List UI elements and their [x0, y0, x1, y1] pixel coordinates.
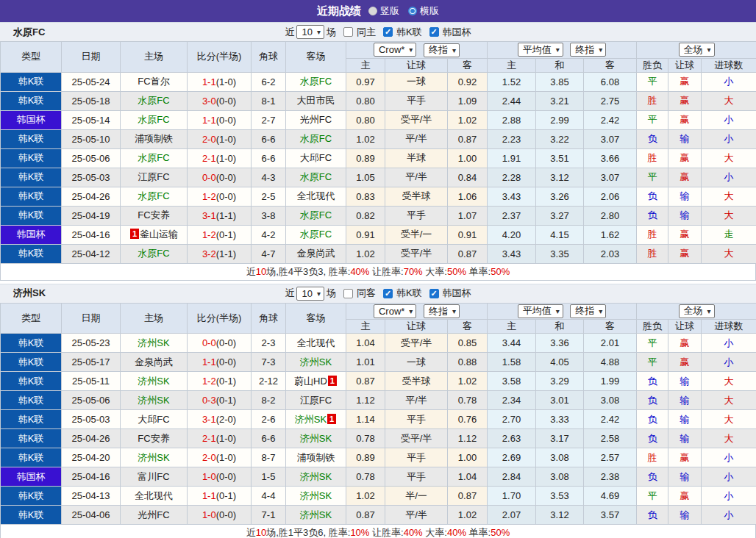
date-cell: 25-04-20 [62, 448, 121, 467]
date-cell: 25-05-11 [62, 372, 121, 391]
league-cell: 韩K联 [1, 168, 62, 187]
avg-home-cell: 2.28 [488, 168, 536, 187]
league-cell: 韩K联 [1, 129, 62, 148]
handicap-result-cell: 赢 [668, 353, 702, 372]
avg-away-cell: 3.57 [584, 506, 637, 525]
same-venue-checkbox[interactable] [343, 289, 353, 298]
table-row: 韩国杯25-05-14水原FC1-1(0-0)2-7光州FC0.80受平/半1.… [1, 110, 756, 129]
avg-draw-cell: 4.15 [536, 225, 584, 244]
avg-away-cell: 1.99 [584, 372, 637, 391]
date-cell: 25-04-19 [62, 206, 121, 225]
radio-vertical-icon[interactable] [368, 7, 377, 15]
away-team-cell: 全北现代 [286, 334, 346, 353]
summary-segment: 50% [491, 527, 510, 538]
bookmaker-select[interactable]: Crow*▾ [374, 304, 416, 318]
handicap-result-cell: 输 [668, 391, 702, 410]
recent-count-select[interactable]: 10 ▾ [296, 25, 324, 39]
table-row: 韩K联25-05-11济州SK1-2(0-1)2-12蔚山HD10.87受半球1… [1, 372, 756, 391]
avg-draw-cell: 3.36 [536, 334, 584, 353]
summary-segment: 10% [350, 527, 369, 538]
away-team-cell: 全北现代 [286, 187, 346, 206]
handicap-result-cell: 输 [668, 506, 702, 525]
handicap-result-cell: 输 [668, 429, 702, 448]
date-cell: 25-05-17 [62, 353, 121, 372]
avg-home-cell: 2.23 [488, 129, 536, 148]
table-row: 韩K联25-05-03江原FC0-0(0-0)4-3水原FC1.05平/半0.8… [1, 168, 756, 187]
layout-radio-group: 竖版 横版 [368, 4, 439, 18]
away-team-cell: 济州SK [286, 429, 346, 448]
league-cell: 韩国杯 [1, 110, 62, 129]
odds-home-cell: 0.82 [346, 206, 385, 225]
table-row: 韩国杯25-04-16富川FC1-0(0-0)1-5济州SK0.78平手1.04… [1, 467, 756, 487]
league-kleague-checkbox[interactable] [383, 27, 393, 37]
league-cup-checkbox[interactable] [429, 27, 439, 37]
date-cell: 25-05-06 [62, 148, 121, 168]
home-team-cell: 大邱FC [121, 410, 188, 429]
corners-cell: 3-8 [252, 206, 286, 225]
summary-segment: 70% [404, 266, 423, 277]
handicap-result-cell: 赢 [668, 487, 702, 506]
odds-stage-select[interactable]: 终指▾ [424, 43, 460, 57]
score-cell: 3-1(2-0) [188, 410, 252, 429]
league-cell: 韩K联 [1, 448, 62, 467]
corners-cell: 2-6 [252, 410, 286, 429]
same-venue-label: 同客 [357, 287, 376, 300]
odds-away-cell: 0.87 [448, 244, 488, 263]
home-team-cell: 济州SK [121, 448, 188, 467]
score-cell: 1-1(0-0) [188, 353, 252, 372]
sub-header-avg-home: 主 [488, 58, 536, 72]
corners-cell: 2-7 [252, 110, 286, 129]
sub-header-avg-away: 客 [584, 320, 637, 334]
radio-horizontal-layout[interactable]: 横版 [408, 4, 439, 18]
league-kleague-checkbox[interactable] [383, 289, 393, 298]
odds-home-cell: 0.83 [346, 187, 385, 206]
fulltime-select[interactable]: 全场▾ [679, 304, 715, 318]
average-select[interactable]: 平均值▾ [518, 304, 563, 318]
result-cell: 负 [637, 391, 668, 410]
away-team-cell: 济州SK [286, 353, 346, 372]
result-cell: 胜 [637, 225, 668, 244]
section-summary: 近10场,胜4平3负3, 胜率:40% 让胜率:70% 大率:50% 单率:50… [0, 264, 756, 281]
league-cup-checkbox[interactable] [429, 289, 439, 298]
bookmaker-select[interactable]: Crow*▾ [374, 43, 416, 57]
handicap-cell: 受平/半 [385, 244, 448, 263]
fulltime-dropdown-group: 全场▾ [637, 42, 756, 59]
col-header-away: 客场 [286, 303, 346, 334]
recent-count-select[interactable]: 10 ▾ [296, 287, 324, 301]
sub-header-handicap-result: 让球 [668, 320, 702, 334]
average-stage-select[interactable]: 终指▾ [570, 43, 606, 57]
same-venue-checkbox[interactable] [343, 27, 353, 37]
handicap-result-cell: 赢 [668, 91, 702, 110]
league-cell: 韩K联 [1, 148, 62, 168]
odds-away-cell: 0.76 [448, 410, 488, 429]
corners-cell: 4-3 [252, 168, 286, 187]
handicap-cell: 一球 [385, 72, 448, 91]
radio-vertical-layout[interactable]: 竖版 [368, 4, 399, 18]
home-team-cell: 全北现代 [121, 487, 188, 506]
radio-horizontal-icon[interactable] [408, 7, 417, 15]
odds-home-cell: 1.12 [346, 391, 385, 410]
score-cell: 3-1(1-1) [188, 206, 252, 225]
result-cell: 胜 [637, 91, 668, 110]
odds-stage-select[interactable]: 终指▾ [424, 304, 460, 318]
average-select[interactable]: 平均值▾ [518, 43, 563, 57]
average-stage-select[interactable]: 终指▾ [570, 304, 606, 318]
table-row: 韩K联25-04-13全北现代1-1(0-1)4-4济州SK1.02半/一0.8… [1, 487, 756, 506]
avg-draw-cell: 3.51 [536, 148, 584, 168]
handicap-cell: 平/半 [385, 168, 448, 187]
handicap-result-cell: 赢 [668, 168, 702, 187]
odds-away-cell: 0.84 [448, 168, 488, 187]
avg-away-cell: 1.62 [584, 225, 637, 244]
league-cell: 韩K联 [1, 206, 62, 225]
table-row: 韩K联25-05-06水原FC2-1(1-0)6-6大邱FC0.89半球1.00… [1, 148, 756, 168]
avg-home-cell: 2.37 [488, 206, 536, 225]
result-cell: 胜 [637, 148, 668, 168]
home-team-cell: 江原FC [121, 168, 188, 187]
summary-segment: 近 [246, 527, 256, 538]
handicap-result-cell: 输 [668, 187, 702, 206]
fulltime-select[interactable]: 全场▾ [679, 43, 715, 57]
odds-home-cell: 1.02 [346, 129, 385, 148]
date-cell: 25-05-14 [62, 110, 121, 129]
league-cell: 韩K联 [1, 91, 62, 110]
odds-home-cell: 1.04 [346, 334, 385, 353]
